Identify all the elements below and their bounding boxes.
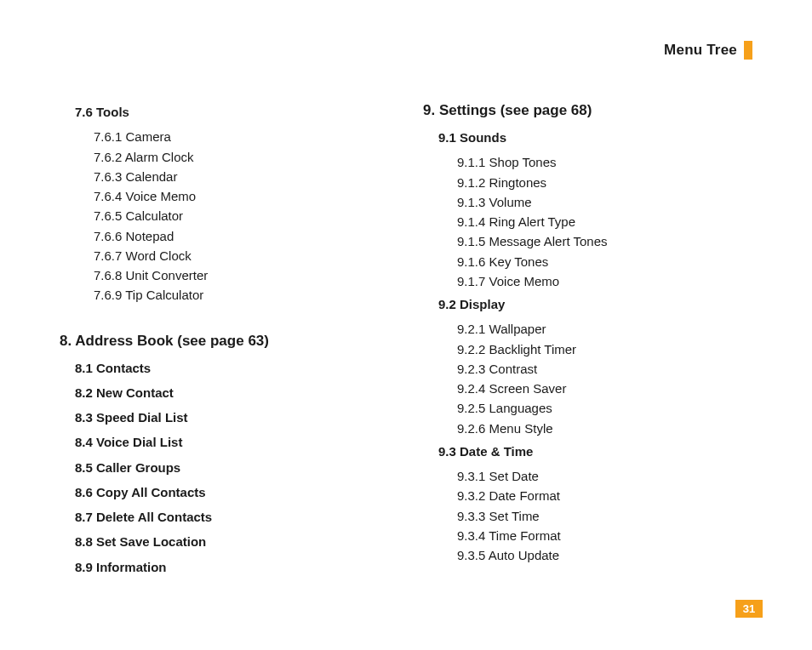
item-9-2-5: 9.2.5 Languages	[457, 398, 752, 418]
item-9-1-7: 9.1.7 Voice Memo	[457, 271, 752, 291]
section-9-3-heading: 9.3 Date & Time	[438, 442, 752, 461]
section-9-3-items: 9.3.1 Set Date 9.3.2 Date Format 9.3.3 S…	[457, 466, 752, 565]
section-7-6-items: 7.6.1 Camera 7.6.2 Alarm Clock 7.6.3 Cal…	[94, 127, 389, 305]
item-8-2: 8.2 New Contact	[75, 383, 389, 402]
item-8-1: 8.1 Contacts	[75, 358, 389, 378]
item-7-6-1: 7.6.1 Camera	[94, 127, 389, 146]
item-9-2-1: 9.2.1 Wallpaper	[457, 319, 752, 339]
content-columns: 7.6 Tools 7.6.1 Camera 7.6.2 Alarm Clock…	[60, 102, 752, 582]
item-8-7: 8.7 Delete All Contacts	[75, 507, 389, 527]
item-8-4: 8.4 Voice Dial List	[75, 432, 389, 452]
item-7-6-9: 7.6.9 Tip Calculator	[94, 285, 389, 305]
item-9-1-4: 9.1.4 Ring Alert Type	[457, 212, 752, 231]
item-9-3-5: 9.3.5 Auto Update	[457, 545, 752, 565]
item-7-6-7: 7.6.7 Word Clock	[94, 246, 389, 265]
item-9-3-3: 9.3.3 Set Time	[457, 506, 752, 526]
item-8-8: 8.8 Set Save Location	[75, 532, 389, 551]
item-9-1-6: 9.1.6 Key Tones	[457, 252, 752, 271]
item-7-6-5: 7.6.5 Calculator	[94, 206, 389, 225]
section-9-1-items: 9.1.1 Shop Tones 9.1.2 Ringtones 9.1.3 V…	[457, 152, 752, 291]
item-9-1-1: 9.1.1 Shop Tones	[457, 152, 752, 172]
item-7-6-4: 7.6.4 Voice Memo	[94, 186, 389, 206]
section-9-1-heading: 9.1 Sounds	[438, 128, 752, 147]
item-9-1-3: 9.1.3 Volume	[457, 192, 752, 212]
item-9-1-2: 9.1.2 Ringtones	[457, 173, 752, 192]
manual-page: Menu Tree 7.6 Tools 7.6.1 Camera 7.6.2 A…	[0, 0, 812, 650]
section-9-2-heading: 9.2 Display	[438, 294, 752, 314]
section-7-6-heading: 7.6 Tools	[75, 102, 389, 122]
item-9-3-2: 9.3.2 Date Format	[457, 486, 752, 505]
item-9-2-4: 9.2.4 Screen Saver	[457, 379, 752, 398]
header-accent-bar	[744, 41, 752, 60]
section-8-heading: 8. Address Book (see page 63)	[60, 333, 389, 350]
section-9-heading: 9. Settings (see page 68)	[423, 102, 752, 119]
item-8-3: 8.3 Speed Dial List	[75, 408, 389, 427]
section-9-2-items: 9.2.1 Wallpaper 9.2.2 Backlight Timer 9.…	[457, 319, 752, 438]
item-7-6-3: 7.6.3 Calendar	[94, 167, 389, 186]
item-7-6-8: 7.6.8 Unit Converter	[94, 265, 389, 285]
item-9-1-5: 9.1.5 Message Alert Tones	[457, 231, 752, 251]
item-9-2-6: 9.2.6 Menu Style	[457, 419, 752, 438]
page-header: Menu Tree	[664, 41, 752, 60]
item-8-5: 8.5 Caller Groups	[75, 458, 389, 477]
item-9-3-4: 9.3.4 Time Format	[457, 526, 752, 545]
item-9-2-3: 9.2.3 Contrast	[457, 359, 752, 379]
left-column: 7.6 Tools 7.6.1 Camera 7.6.2 Alarm Clock…	[60, 102, 423, 582]
right-column: 9. Settings (see page 68) 9.1 Sounds 9.1…	[423, 102, 752, 582]
page-header-title: Menu Tree	[664, 42, 737, 59]
page-number: 31	[735, 600, 763, 618]
item-8-6: 8.6 Copy All Contacts	[75, 482, 389, 502]
item-7-6-2: 7.6.2 Alarm Clock	[94, 147, 389, 167]
item-9-3-1: 9.3.1 Set Date	[457, 466, 752, 486]
item-9-2-2: 9.2.2 Backlight Timer	[457, 339, 752, 359]
item-7-6-6: 7.6.6 Notepad	[94, 226, 389, 246]
item-8-9: 8.9 Information	[75, 557, 389, 577]
